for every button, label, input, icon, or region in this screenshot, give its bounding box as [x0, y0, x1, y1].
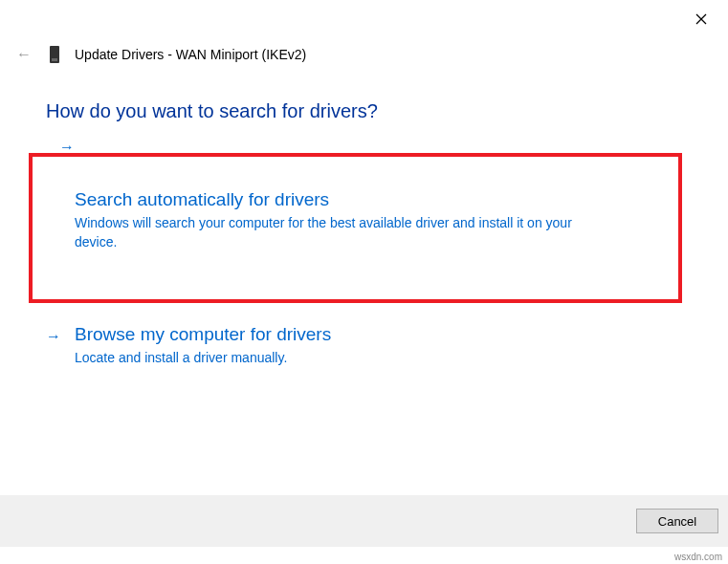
arrow-right-icon: →: [46, 328, 61, 345]
option-auto-description: Windows will search your computer for th…: [75, 214, 610, 251]
device-icon: [50, 46, 59, 63]
dialog-title: Update Drivers - WAN Miniport (IKEv2): [75, 47, 306, 62]
content-area: How do you want to search for drivers? →…: [46, 100, 682, 368]
watermark: wsxdn.com: [674, 552, 722, 562]
cancel-button[interactable]: Cancel: [636, 509, 718, 533]
back-arrow-icon: ←: [15, 46, 33, 63]
option-browse-title: Browse my computer for drivers: [75, 324, 682, 345]
option-search-automatically[interactable]: → Search automatically for drivers Windo…: [29, 153, 682, 303]
dialog-header: ← Update Drivers - WAN Miniport (IKEv2): [15, 46, 306, 63]
option-browse-description: Locate and install a driver manually.: [75, 349, 610, 368]
page-heading: How do you want to search for drivers?: [46, 100, 682, 122]
close-icon: [695, 13, 707, 25]
option-browse-computer[interactable]: → Browse my computer for drivers Locate …: [46, 324, 682, 368]
arrow-right-icon: →: [59, 139, 75, 156]
option-auto-title: Search automatically for drivers: [75, 189, 644, 210]
dialog-footer: Cancel: [0, 495, 728, 547]
close-button[interactable]: [692, 10, 711, 29]
